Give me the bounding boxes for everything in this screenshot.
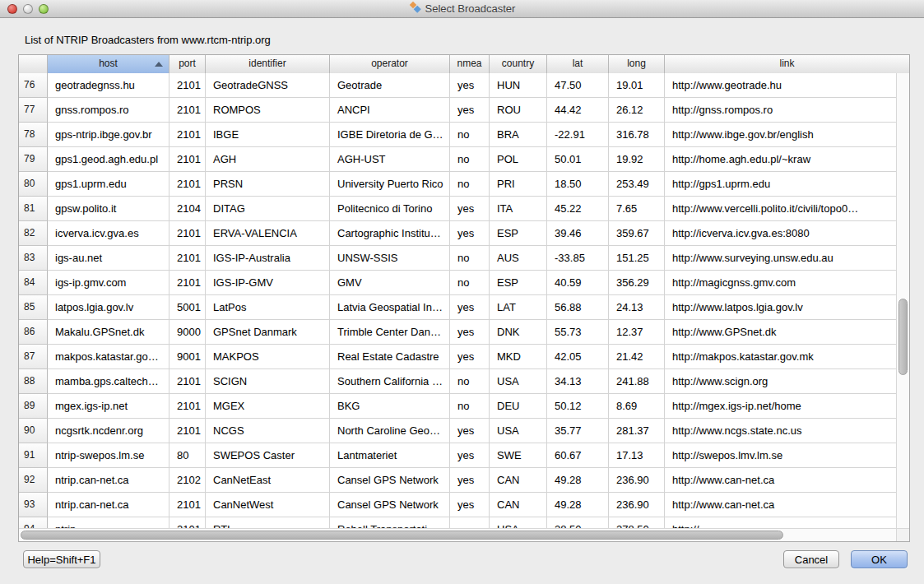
cell-link[interactable]: http://swepos.lmv.lm.se (665, 443, 909, 468)
cell-num[interactable]: 82 (19, 221, 48, 246)
cell-long[interactable]: 19.01 (609, 73, 665, 98)
cell-nmea[interactable]: yes (450, 443, 490, 468)
cell-port[interactable]: 9001 (169, 345, 206, 369)
table-row[interactable]: 80gps1.uprm.edu2101PRSNUniversity Puerto… (19, 172, 909, 197)
cell-long[interactable]: 19.92 (609, 147, 665, 172)
cell-num[interactable]: 88 (19, 369, 48, 394)
cell-country[interactable]: DNK (490, 320, 547, 345)
cell-long[interactable]: 17.13 (609, 443, 665, 468)
table-row[interactable]: 76geotradegnss.hu2101GeotradeGNSSGeotrad… (19, 73, 909, 98)
cell-lat[interactable]: 18.50 (547, 172, 609, 197)
table-row[interactable]: 91ntrip-swepos.lm.se80SWEPOS CasterLantm… (19, 443, 909, 468)
cell-nmea[interactable]: yes (450, 197, 490, 221)
cell-lat[interactable]: 55.73 (547, 320, 609, 345)
ok-button[interactable]: OK (851, 550, 908, 568)
table-row[interactable]: 83igs-au.net2101IGS-IP-AustraliaUNSW-SSI… (19, 246, 909, 271)
cell-nmea[interactable]: yes (450, 419, 490, 443)
cell-lat[interactable]: 56.88 (547, 295, 609, 320)
cell-country[interactable]: LAT (490, 295, 547, 320)
cell-port[interactable]: 2101 (169, 246, 206, 271)
cell-long[interactable]: 21.42 (609, 345, 665, 369)
cell-nmea[interactable]: yes (450, 221, 490, 246)
cell-lat[interactable]: 35.77 (547, 419, 609, 443)
cell-link[interactable]: http://makpos.katastar.gov.mk (665, 345, 909, 369)
cell-port[interactable]: 2101 (169, 172, 206, 197)
cell-identifier[interactable]: PRSN (206, 172, 330, 197)
cell-num[interactable]: 83 (19, 246, 48, 271)
cell-nmea[interactable]: yes (450, 345, 490, 369)
cell-country[interactable]: SWE (490, 443, 547, 468)
cell-long[interactable]: 253.49 (609, 172, 665, 197)
cell-long[interactable]: 356.29 (609, 271, 665, 295)
cell-lat[interactable]: 34.13 (547, 369, 609, 394)
cell-lat[interactable]: 50.12 (547, 394, 609, 419)
column-header-identifier[interactable]: identifier (206, 55, 330, 73)
table-row[interactable]: 89mgex.igs-ip.net2101MGEXBKGnoDEU50.128.… (19, 394, 909, 419)
cell-link[interactable]: http://gps1.uprm.edu (665, 172, 909, 197)
cell-port[interactable]: 2101 (169, 493, 206, 517)
column-header-operator[interactable]: operator (330, 55, 450, 73)
cell-link[interactable]: http://www.surveying.unsw.edu.au (665, 246, 909, 271)
cell-link[interactable]: http://gnss.rompos.ro (665, 98, 909, 123)
cell-lat[interactable]: 39.46 (547, 221, 609, 246)
cell-identifier[interactable]: IGS-IP-GMV (206, 271, 330, 295)
column-header-link[interactable]: link (665, 55, 909, 73)
cell-host[interactable]: gpsw.polito.it (48, 197, 169, 221)
cell-lat[interactable]: 49.28 (547, 493, 609, 517)
cell-nmea[interactable]: no (450, 147, 490, 172)
cell-lat[interactable]: 40.59 (547, 271, 609, 295)
cell-num[interactable]: 81 (19, 197, 48, 221)
cell-link[interactable]: http://www.can-net.ca (665, 468, 909, 493)
table-row[interactable]: 78gps-ntrip.ibge.gov.br2101IBGEIGBE Dire… (19, 123, 909, 147)
cell-country[interactable]: USA (490, 517, 547, 529)
cell-country[interactable]: MKD (490, 345, 547, 369)
cell-num[interactable]: 77 (19, 98, 48, 123)
cell-link[interactable]: http://www.geotrade.hu (665, 73, 909, 98)
zoom-button[interactable] (39, 4, 49, 14)
cell-num[interactable]: 87 (19, 345, 48, 369)
table-row[interactable]: 79gps1.geod.agh.edu.pl2101AGHAGH-USTnoPO… (19, 147, 909, 172)
cell-identifier[interactable]: AGH (206, 147, 330, 172)
cell-long[interactable]: 236.90 (609, 493, 665, 517)
cell-lat[interactable]: 47.50 (547, 73, 609, 98)
cell-port[interactable]: 2101 (169, 123, 206, 147)
cell-long[interactable]: 359.67 (609, 221, 665, 246)
cell-link[interactable]: http://… (665, 517, 909, 529)
horizontal-scrollbar[interactable] (19, 528, 896, 541)
cell-host[interactable]: mamba.gps.caltech… (48, 369, 169, 394)
cell-link[interactable]: http://www.vercelli.polito.it/civili/top… (665, 197, 909, 221)
cell-lat[interactable]: 38.50 (547, 517, 609, 529)
cell-country[interactable]: BRA (490, 123, 547, 147)
cell-host[interactable]: mgex.igs-ip.net (48, 394, 169, 419)
cell-identifier[interactable]: LatPos (206, 295, 330, 320)
close-button[interactable] (7, 4, 17, 14)
cell-num[interactable]: 85 (19, 295, 48, 320)
cell-country[interactable]: AUS (490, 246, 547, 271)
cell-port[interactable]: 2101 (169, 517, 206, 529)
cell-operator[interactable]: Real Estate Cadastre (330, 345, 450, 369)
cell-identifier[interactable]: GPSnet Danmark (206, 320, 330, 345)
cell-long[interactable]: 281.37 (609, 419, 665, 443)
cell-host[interactable]: ntrip… (48, 517, 169, 529)
cell-long[interactable]: 316.78 (609, 123, 665, 147)
cell-long[interactable]: 151.25 (609, 246, 665, 271)
cell-host[interactable]: ntrip.can-net.ca (48, 468, 169, 493)
cell-long[interactable]: 26.12 (609, 98, 665, 123)
cell-port[interactable]: 9000 (169, 320, 206, 345)
cell-num[interactable]: 78 (19, 123, 48, 147)
cell-country[interactable]: ROU (490, 98, 547, 123)
cell-operator[interactable]: Politecnico di Torino (330, 197, 450, 221)
cell-country[interactable]: USA (490, 419, 547, 443)
table-row[interactable]: 87makpos.katastar.go…9001MAKPOSReal Esta… (19, 345, 909, 369)
cell-long[interactable]: 241.88 (609, 369, 665, 394)
cell-identifier[interactable]: ERVA-VALENCIA (206, 221, 330, 246)
cell-operator[interactable]: North Caroline Geo… (330, 419, 450, 443)
cell-host[interactable]: igs-ip.gmv.com (48, 271, 169, 295)
cell-num[interactable]: 93 (19, 493, 48, 517)
cell-identifier[interactable]: CanNetEast (206, 468, 330, 493)
cell-host[interactable]: igs-au.net (48, 246, 169, 271)
column-header-country[interactable]: country (490, 55, 547, 73)
column-header-host[interactable]: host (48, 55, 169, 73)
cell-port[interactable]: 2101 (169, 147, 206, 172)
cell-identifier[interactable]: ROMPOS (206, 98, 330, 123)
